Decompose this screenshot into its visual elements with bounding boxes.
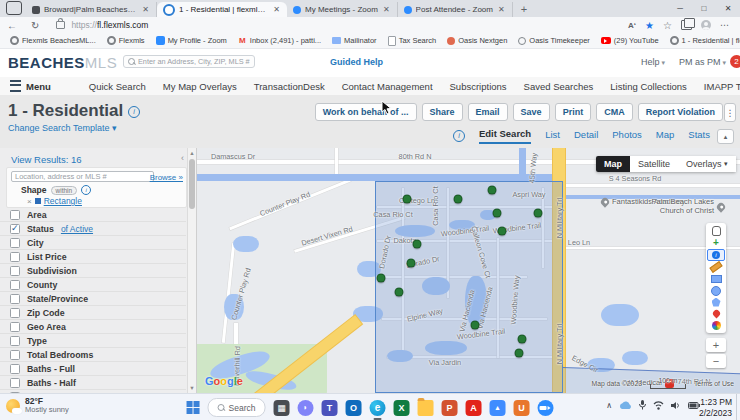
filter-row-state-province[interactable]: State/Province bbox=[0, 292, 186, 306]
listing-marker[interactable] bbox=[407, 259, 416, 268]
show-desktop-button[interactable] bbox=[736, 394, 740, 420]
nav-item-my-map-overlays[interactable]: My Map Overlays bbox=[163, 81, 237, 92]
taskbar-clock[interactable]: 1:23 PM 2/2/2023 bbox=[699, 397, 732, 418]
checkbox-subdivision[interactable] bbox=[10, 266, 20, 276]
report-violation-button[interactable]: Report Violation bbox=[638, 103, 723, 121]
bookmark-29-youtube[interactable]: (29) YouTube bbox=[601, 36, 659, 45]
info-icon[interactable]: i bbox=[81, 185, 91, 195]
view-results-link[interactable]: View Results: 16 bbox=[11, 154, 82, 165]
close-window-button[interactable]: ✕ bbox=[716, 0, 740, 16]
collapse-sidebar-icon[interactable]: ‹ bbox=[181, 153, 184, 163]
email-button[interactable]: Email bbox=[468, 103, 508, 121]
filter-row-city[interactable]: City bbox=[0, 236, 186, 250]
tab-map[interactable]: Map bbox=[656, 129, 674, 143]
pan-hand-tool[interactable] bbox=[708, 226, 724, 236]
close-tab-icon[interactable]: ✕ bbox=[272, 5, 281, 14]
rectangle-draw-tool[interactable] bbox=[708, 274, 724, 284]
teams-chat-icon[interactable] bbox=[297, 400, 313, 416]
zoom-app-icon[interactable] bbox=[537, 400, 553, 416]
listing-marker[interactable] bbox=[413, 240, 422, 249]
filter-row-type[interactable]: Type bbox=[0, 334, 186, 348]
speaker-icon[interactable] bbox=[671, 401, 681, 410]
start-button[interactable] bbox=[187, 401, 200, 414]
timekeeper-app-icon[interactable] bbox=[513, 400, 529, 416]
listing-marker[interactable] bbox=[518, 335, 527, 344]
filter-row-geo-area[interactable]: Geo Area bbox=[0, 320, 186, 334]
user-menu[interactable]: PM as PM bbox=[679, 57, 726, 67]
bookmark-tax-search[interactable]: Tax Search bbox=[388, 36, 437, 46]
read-aloud-icon[interactable]: Aʻ bbox=[628, 21, 636, 30]
checkbox-baths-half[interactable] bbox=[10, 378, 20, 388]
filter-row-list-price[interactable]: List Price bbox=[0, 250, 186, 264]
collections-star-icon[interactable]: ☆ bbox=[663, 20, 672, 31]
filter-row-status[interactable]: Statusof Active bbox=[0, 222, 186, 236]
sidebar-scrollbar[interactable]: ▲ ▼ bbox=[187, 148, 196, 393]
map-view-button[interactable]: Map bbox=[596, 156, 630, 172]
nav-item-listing-collections[interactable]: Listing Collections bbox=[610, 81, 687, 92]
terms-of-use-link[interactable]: Terms of Use bbox=[694, 380, 734, 387]
close-tab-icon[interactable]: ✕ bbox=[141, 5, 150, 14]
maximize-button[interactable]: □ bbox=[692, 0, 716, 16]
checkbox-geo-area[interactable] bbox=[10, 322, 20, 332]
outlook-icon[interactable] bbox=[345, 400, 361, 416]
save-button[interactable]: Save bbox=[513, 103, 550, 121]
zoom-in-button[interactable]: + bbox=[706, 338, 726, 352]
info-icon[interactable]: i bbox=[128, 106, 140, 118]
wifi-icon[interactable] bbox=[653, 401, 664, 410]
browser-tab-4[interactable]: Post Attendee - Zoom ✕ bbox=[398, 2, 513, 17]
scroll-down-icon[interactable]: ▼ bbox=[188, 385, 196, 391]
excel-icon[interactable] bbox=[393, 400, 409, 416]
back-icon[interactable]: ← bbox=[0, 20, 24, 31]
desktop-app-icon[interactable] bbox=[273, 400, 289, 416]
checkbox-total-bedrooms[interactable] bbox=[10, 350, 20, 360]
notification-badge[interactable]: 2 bbox=[730, 55, 740, 68]
taskbar-search[interactable]: Search bbox=[208, 398, 266, 417]
browser-tab-2-active[interactable]: 1 - Residential | flexmls Web ✕ bbox=[157, 2, 287, 17]
info-tool-selected[interactable]: i bbox=[707, 249, 725, 261]
onedrive-cloud-icon[interactable] bbox=[619, 401, 632, 410]
profile-avatar[interactable] bbox=[701, 20, 711, 30]
listing-marker[interactable] bbox=[454, 195, 463, 204]
circle-draw-tool[interactable] bbox=[708, 286, 724, 296]
checkbox-list-price[interactable] bbox=[10, 252, 20, 262]
listing-marker[interactable] bbox=[395, 288, 404, 297]
change-search-template-link[interactable]: Change Search Template ▾ bbox=[8, 123, 116, 133]
photos-app-icon[interactable] bbox=[489, 400, 505, 416]
zoom-out-button[interactable]: − bbox=[706, 354, 726, 368]
favorite-star-icon[interactable]: ★ bbox=[645, 20, 654, 31]
checkbox-city[interactable] bbox=[10, 238, 20, 248]
url-host[interactable]: fl.flexmls.com bbox=[97, 20, 148, 30]
edge-browser-icon[interactable] bbox=[369, 400, 385, 416]
map-canvas[interactable]: Damascus Dr80th Rd NCounter Play RdDeser… bbox=[197, 148, 740, 393]
tab-photos[interactable]: Photos bbox=[612, 129, 642, 143]
nav-item-quick-search[interactable]: Quick Search bbox=[89, 81, 146, 92]
powerpoint-icon[interactable] bbox=[441, 400, 457, 416]
filter-row-zip-code[interactable]: Zip Code bbox=[0, 306, 186, 320]
tab-detail[interactable]: Detail bbox=[574, 129, 598, 143]
pin-tool[interactable] bbox=[708, 309, 724, 319]
add-tool[interactable]: + bbox=[708, 237, 724, 247]
bookmark-flexmls[interactable]: Flexmls bbox=[107, 36, 145, 45]
guided-help-link[interactable]: Guided Help bbox=[330, 57, 383, 67]
polygon-draw-tool[interactable] bbox=[708, 297, 724, 307]
cma-button[interactable]: CMA bbox=[596, 103, 633, 121]
global-search-input[interactable]: Enter an Address, City, ZIP, MLS #, or C… bbox=[123, 55, 255, 68]
measure-ruler-tool[interactable] bbox=[708, 262, 724, 272]
filter-row-area[interactable]: Area bbox=[0, 208, 186, 222]
nav-item-subscriptions[interactable]: Subscriptions bbox=[450, 81, 507, 92]
tab-list[interactable]: List bbox=[545, 129, 560, 143]
browse-link[interactable]: Browse » bbox=[150, 173, 183, 182]
lock-icon[interactable] bbox=[56, 21, 65, 29]
new-tab-button[interactable]: + bbox=[513, 3, 535, 15]
nav-item-imapp-tax-info[interactable]: IMAPP Tax Info bbox=[704, 81, 740, 92]
acrobat-icon[interactable] bbox=[465, 400, 481, 416]
checkbox-county[interactable] bbox=[10, 280, 20, 290]
bookmark-oasis-timekeeper[interactable]: Oasis Timekeeper bbox=[518, 36, 589, 45]
listing-marker[interactable] bbox=[534, 209, 543, 218]
tray-expand-icon[interactable]: ∧ bbox=[606, 401, 612, 410]
refresh-icon[interactable]: ↻ bbox=[24, 20, 46, 31]
listing-marker[interactable] bbox=[493, 209, 502, 218]
satellite-view-button[interactable]: Satellite bbox=[630, 156, 678, 172]
bookmark-oasis-nextgen[interactable]: Oasis Nextgen bbox=[447, 36, 507, 45]
close-tab-icon[interactable]: ✕ bbox=[497, 5, 506, 14]
